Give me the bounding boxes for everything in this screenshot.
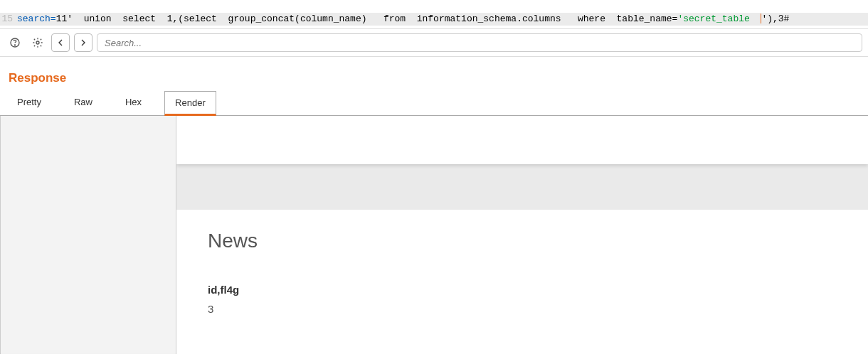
request-editor[interactable]: 14 15search=11' union select 1,(select g…: [0, 0, 868, 26]
response-tabs: Pretty Raw Hex Render: [0, 91, 868, 116]
search-input[interactable]: [97, 33, 862, 52]
settings-button[interactable]: [28, 33, 47, 52]
render-main: News id,fl4g 3: [176, 116, 868, 354]
tab-raw[interactable]: Raw: [64, 91, 102, 115]
code-token: search: [17, 14, 51, 24]
editor-line-active: 15search=11' union select 1,(select grou…: [0, 13, 868, 26]
editor-line: 14: [0, 0, 868, 13]
code-token: '),3#: [761, 14, 789, 24]
render-content-card: News id,fl4g 3: [176, 210, 868, 354]
render-sidebar: [1, 116, 176, 354]
response-section-title: Response: [0, 57, 868, 91]
code-token: 'secret_table: [677, 14, 761, 24]
render-header-strip: [176, 116, 868, 164]
tab-hex[interactable]: Hex: [115, 91, 152, 115]
search-toolbar: [0, 28, 868, 57]
tab-pretty[interactable]: Pretty: [7, 91, 51, 115]
tab-render[interactable]: Render: [164, 91, 216, 116]
code-token: 11' union select 1,(select group_concat(…: [56, 14, 678, 24]
help-button[interactable]: [6, 33, 24, 52]
code-token: =: [51, 14, 56, 24]
render-viewport: News id,fl4g 3: [0, 116, 868, 354]
prev-button[interactable]: [51, 33, 70, 52]
svg-point-2: [36, 41, 39, 44]
page-heading: News: [208, 230, 837, 252]
line-number: 15: [0, 13, 17, 26]
result-columns: id,fl4g: [208, 284, 837, 296]
result-value: 3: [208, 303, 837, 315]
next-button[interactable]: [74, 33, 92, 52]
svg-point-1: [14, 45, 15, 45]
